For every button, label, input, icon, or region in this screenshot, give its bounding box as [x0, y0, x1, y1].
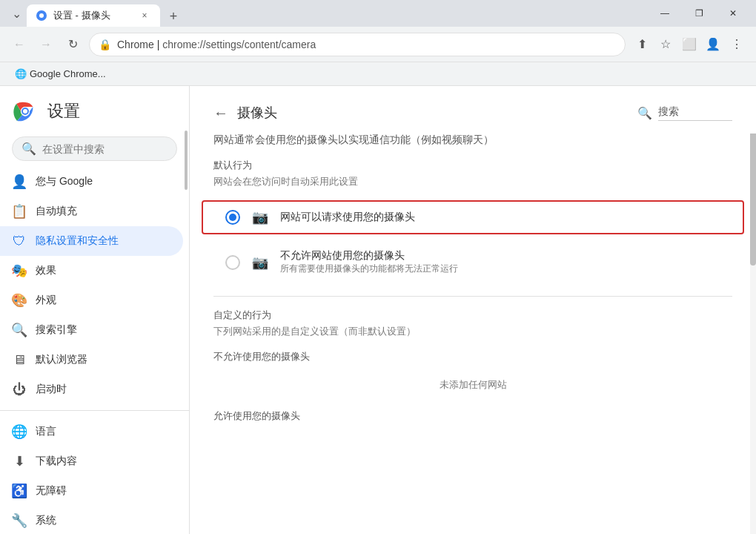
menu-button[interactable]: ⋮	[726, 34, 747, 55]
bookmark-button[interactable]: ☆	[655, 34, 676, 55]
radio-block-label: 不允许网站使用您的摄像头	[280, 249, 458, 263]
custom-section-title: 自定义的行为	[190, 309, 756, 322]
custom-section-desc: 下列网站采用的是自定义设置（而非默认设置）	[190, 325, 756, 338]
bookmark-item[interactable]: 🌐 Google Chrome...	[9, 65, 112, 82]
bookmark-favicon: 🌐	[15, 68, 27, 79]
sidebar-label-system: 系统	[36, 514, 56, 527]
sidebar-item-startup[interactable]: ⏻ 启动时	[0, 375, 183, 404]
radio-block-sublabel: 所有需要使用摄像头的功能都将无法正常运行	[280, 263, 458, 275]
languages-icon: 🌐	[12, 424, 27, 439]
content-search-label[interactable]: 搜索	[658, 105, 732, 121]
sidebar-item-effects[interactable]: 🎭 效果	[0, 256, 183, 286]
settings-search-input[interactable]	[42, 143, 172, 155]
page-title: 摄像头	[237, 104, 277, 122]
sidebar-item-downloads[interactable]: ⬇ 下载内容	[0, 446, 183, 476]
window-controls: — ❐ ✕	[648, 0, 750, 27]
lock-icon: 🔒	[99, 39, 111, 50]
sidebar-item-default-browser[interactable]: 🖥 默认浏览器	[0, 345, 183, 375]
sidebar: 设置 🔍 👤 您与 Google 📋 自动填充 🛡 隐私设置和安全性 🎭 效果	[0, 86, 190, 534]
sidebar-item-languages[interactable]: 🌐 语言	[0, 417, 183, 446]
close-button[interactable]: ✕	[716, 0, 750, 27]
downloads-icon: ⬇	[12, 454, 27, 469]
blocked-section-title: 不允许使用您的摄像头	[190, 350, 756, 363]
address-bar[interactable]: 🔒 Chrome | chrome://settings/content/cam…	[89, 33, 626, 56]
sidebar-item-accessibility[interactable]: ♿ 无障碍	[0, 476, 183, 506]
default-behavior-label: 默认行为	[213, 159, 732, 172]
radio-allow-label: 网站可以请求使用您的摄像头	[280, 211, 415, 224]
sidebar-label-privacy: 隐私设置和安全性	[36, 234, 119, 248]
sidebar-label-languages: 语言	[36, 425, 56, 438]
startup-icon: ⏻	[12, 382, 27, 397]
radio-block-button[interactable]	[225, 255, 240, 270]
search-engine-icon: 🔍	[12, 323, 27, 337]
default-behavior-desc: 网站会在您访问时自动采用此设置	[213, 175, 732, 188]
sidebar-item-appearance[interactable]: 🎨 外观	[0, 286, 183, 315]
default-browser-icon: 🖥	[12, 352, 27, 367]
svg-point-1	[39, 13, 44, 18]
tab-favicon	[36, 10, 47, 22]
bookmark-label: Google Chrome...	[30, 68, 106, 79]
camera-block-icon: 📷	[252, 254, 268, 271]
sidebar-scrollbar-thumb[interactable]	[185, 131, 188, 190]
sidebar-item-privacy[interactable]: 🛡 隐私设置和安全性	[0, 226, 183, 256]
sidebar-item-search-engine[interactable]: 🔍 搜索引擎	[0, 315, 183, 345]
sidebar-label-autofill: 自动填充	[36, 205, 77, 218]
tab-dropdown-btn[interactable]: ⌄	[6, 3, 27, 24]
tab-search-button[interactable]: ⬜	[679, 34, 700, 55]
radio-option-block[interactable]: 📷 不允许网站使用您的摄像头 所有需要使用摄像头的功能都将无法正常运行	[202, 240, 744, 284]
chrome-label: Chrome	[117, 39, 154, 50]
forward-button[interactable]: →	[36, 34, 56, 55]
sidebar-label-accessibility: 无障碍	[36, 484, 67, 498]
content-search-icon: 🔍	[637, 106, 652, 120]
minimize-button[interactable]: —	[648, 0, 682, 27]
sidebar-label-appearance: 外观	[36, 294, 56, 307]
bookmark-bar: 🌐 Google Chrome...	[0, 62, 756, 86]
sidebar-label-search-engine: 搜索引擎	[36, 323, 77, 337]
radio-option-allow[interactable]: 📷 网站可以请求使用您的摄像头	[202, 200, 744, 234]
blocked-empty-state: 未添加任何网站	[190, 366, 756, 403]
you-and-google-icon: 👤	[12, 174, 27, 189]
active-tab[interactable]: 设置 - 摄像头 ×	[27, 4, 160, 27]
tab-close-button[interactable]: ×	[138, 9, 151, 22]
maximize-button[interactable]: ❐	[682, 0, 716, 27]
tab-title: 设置 - 摄像头	[53, 9, 132, 22]
sidebar-item-system[interactable]: 🔧 系统	[0, 506, 183, 534]
camera-description: 网站通常会使用您的摄像头以实现通信功能（例如视频聊天）	[190, 134, 756, 147]
back-button[interactable]: ←	[9, 34, 30, 55]
tab-area: 设置 - 摄像头 × +	[27, 0, 642, 27]
sidebar-item-autofill[interactable]: 📋 自动填充	[0, 197, 183, 226]
sidebar-item-you-and-google[interactable]: 👤 您与 Google	[0, 167, 183, 197]
radio-allow-button[interactable]	[225, 210, 240, 225]
content-divider	[213, 296, 732, 297]
content-header: ← 摄像头 🔍 搜索	[190, 86, 756, 134]
sidebar-nav: 👤 您与 Google 📋 自动填充 🛡 隐私设置和安全性 🎭 效果 🎨 外观 …	[0, 167, 189, 534]
system-icon: 🔧	[12, 513, 27, 528]
titlebar: ⌄ 设置 - 摄像头 × + — ❐ ✕	[0, 0, 756, 27]
settings-search-box[interactable]: 🔍	[12, 136, 177, 161]
content-scrollbar[interactable]	[750, 86, 756, 534]
appearance-icon: 🎨	[12, 293, 27, 308]
new-tab-button[interactable]: +	[163, 6, 184, 27]
camera-allow-icon: 📷	[252, 209, 268, 225]
omnibox-bar: ← → ↻ 🔒 Chrome | chrome://settings/conte…	[0, 27, 756, 62]
refresh-button[interactable]: ↻	[62, 34, 83, 55]
back-button[interactable]: ←	[213, 105, 228, 122]
content-area: ← 摄像头 🔍 搜索 网站通常会使用您的摄像头以实现通信功能（例如视频聊天） 默…	[190, 86, 756, 534]
content-title-area: ← 摄像头	[213, 104, 277, 122]
sidebar-label-you-and-google: 您与 Google	[36, 175, 93, 188]
sidebar-label-effects: 效果	[36, 264, 56, 277]
profile-button[interactable]: 👤	[703, 34, 723, 55]
settings-title: 设置	[47, 100, 80, 122]
allow-section-title: 允许使用您的摄像头	[190, 409, 756, 423]
url-path: chrome://settings/content/camera	[162, 39, 316, 50]
effects-icon: 🎭	[12, 263, 27, 278]
toolbar-icons: ⬆ ☆ ⬜ 👤 ⋮	[631, 34, 747, 55]
svg-point-5	[23, 109, 27, 113]
autofill-icon: 📋	[12, 204, 27, 219]
accessibility-icon: ♿	[12, 484, 27, 498]
radio-block-label-wrap: 不允许网站使用您的摄像头 所有需要使用摄像头的功能都将无法正常运行	[280, 249, 458, 275]
sidebar-label-downloads: 下载内容	[36, 455, 77, 468]
search-icon: 🔍	[21, 142, 36, 156]
main-container: 设置 🔍 👤 您与 Google 📋 自动填充 🛡 隐私设置和安全性 🎭 效果	[0, 86, 756, 534]
share-button[interactable]: ⬆	[631, 34, 652, 55]
